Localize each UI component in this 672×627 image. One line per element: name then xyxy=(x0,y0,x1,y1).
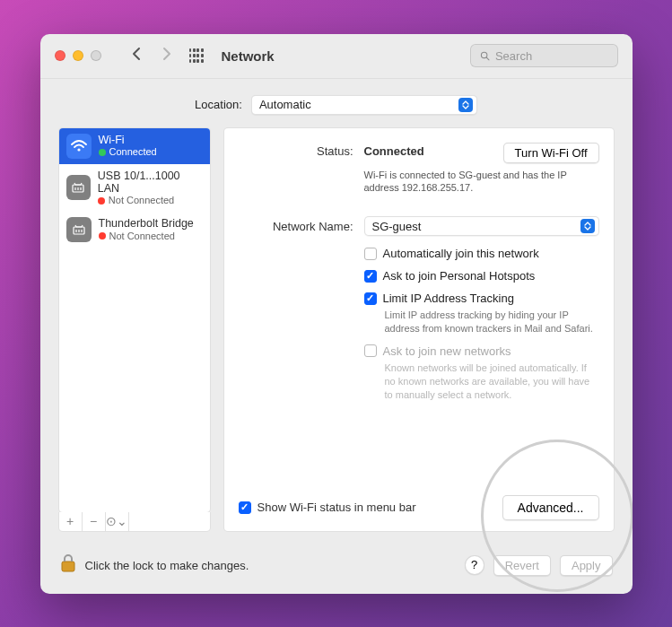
remove-interface-button[interactable]: − xyxy=(83,512,106,531)
interface-thunderbolt[interactable]: Thunderbolt Bridge Not Connected xyxy=(59,212,210,248)
ask-new-label: Ask to join new networks xyxy=(383,344,511,358)
lock-hint: Click the lock to make changes. xyxy=(85,559,249,572)
ask-hotspot-label: Ask to join Personal Hotspots xyxy=(383,269,536,283)
svg-rect-11 xyxy=(62,562,74,571)
show-menubar-checkbox[interactable] xyxy=(239,501,251,514)
network-name-label: Network Name: xyxy=(239,220,353,233)
interface-name: Wi-Fi xyxy=(99,134,157,146)
status-description: Wi-Fi is connected to SG-guest and has t… xyxy=(364,169,598,196)
apply-button: Apply xyxy=(560,555,613,576)
revert-button: Revert xyxy=(493,555,551,576)
sidebar-footer-spacer xyxy=(129,512,210,531)
network-name-popup[interactable]: SG-guest xyxy=(364,216,599,236)
limit-ip-description: Limit IP address tracking by hiding your… xyxy=(385,309,599,335)
lock-icon[interactable] xyxy=(60,553,76,578)
location-row: Location: Automatic xyxy=(40,79,633,127)
status-dot-icon xyxy=(98,197,105,205)
interface-status: Connected xyxy=(99,146,157,158)
back-button[interactable] xyxy=(132,47,142,65)
window-title: Network xyxy=(222,48,275,64)
help-button[interactable]: ? xyxy=(465,555,484,575)
advanced-button[interactable]: Advanced... xyxy=(502,495,599,520)
window-footer: Click the lock to make changes. ? Revert… xyxy=(40,543,633,594)
turn-wifi-off-button[interactable]: Turn Wi-Fi Off xyxy=(503,143,599,163)
interfaces-sidebar: Wi-Fi Connected USB 10/1...1000 LAN Not … xyxy=(58,127,211,532)
interface-usb-lan[interactable]: USB 10/1...1000 LAN Not Connected xyxy=(59,164,210,212)
ask-new-checkbox xyxy=(364,344,377,357)
nav-buttons xyxy=(132,47,171,65)
limit-ip-checkbox-row: Limit IP Address Tracking xyxy=(364,292,599,305)
auto-join-checkbox[interactable] xyxy=(364,248,377,260)
limit-ip-label: Limit IP Address Tracking xyxy=(383,292,514,305)
interface-status: Not Connected xyxy=(99,231,194,242)
zoom-window-button xyxy=(91,50,101,61)
status-value: Connected xyxy=(364,143,493,158)
interface-name: Thunderbolt Bridge xyxy=(99,217,194,230)
details-panel: Status: Connected Turn Wi-Fi Off Wi-Fi i… xyxy=(223,127,615,532)
location-popup[interactable]: Automatic xyxy=(251,95,477,115)
close-window-button[interactable] xyxy=(55,50,65,61)
add-interface-button[interactable]: + xyxy=(59,512,83,531)
minimize-window-button[interactable] xyxy=(73,50,83,61)
search-icon xyxy=(480,50,490,62)
network-prefpane-window: Network Location: Automatic xyxy=(40,34,633,594)
ask-hotspot-checkbox-row: Ask to join Personal Hotspots xyxy=(364,269,599,283)
interface-wifi[interactable]: Wi-Fi Connected xyxy=(59,128,210,164)
ask-new-description: Known networks will be joined automatica… xyxy=(385,361,599,402)
ask-hotspot-checkbox[interactable] xyxy=(364,270,377,283)
titlebar: Network xyxy=(40,34,633,79)
show-menubar-label: Show Wi-Fi status in menu bar xyxy=(257,501,416,514)
auto-join-checkbox-row: Automatically join this network xyxy=(364,247,599,260)
ethernet-icon xyxy=(66,175,91,200)
forward-button xyxy=(161,47,171,65)
show-all-prefs-icon[interactable] xyxy=(189,48,204,63)
thunderbolt-icon xyxy=(66,217,92,242)
updown-chevron-icon xyxy=(458,98,473,112)
ask-new-checkbox-row: Ask to join new networks xyxy=(364,344,599,358)
traffic-lights xyxy=(55,50,101,61)
interface-name: USB 10/1...1000 LAN xyxy=(98,170,203,196)
interface-list: Wi-Fi Connected USB 10/1...1000 LAN Not … xyxy=(58,127,211,513)
status-dot-icon xyxy=(99,149,106,156)
search-field[interactable] xyxy=(470,44,618,67)
status-dot-icon xyxy=(99,232,106,239)
limit-ip-checkbox[interactable] xyxy=(364,292,377,305)
updown-chevron-icon xyxy=(580,219,595,233)
interface-status: Not Connected xyxy=(98,195,203,206)
svg-line-1 xyxy=(486,57,489,59)
network-name-value: SG-guest xyxy=(372,220,573,233)
search-input[interactable] xyxy=(495,49,608,63)
status-label: Status: xyxy=(239,143,353,158)
location-value: Automatic xyxy=(259,98,451,111)
wifi-icon xyxy=(66,134,92,159)
sidebar-footer: + − ⊙⌄ xyxy=(58,512,211,532)
svg-point-2 xyxy=(77,148,80,151)
location-label: Location: xyxy=(195,98,242,111)
interface-action-menu[interactable]: ⊙⌄ xyxy=(106,512,129,531)
auto-join-label: Automatically join this network xyxy=(383,247,539,260)
